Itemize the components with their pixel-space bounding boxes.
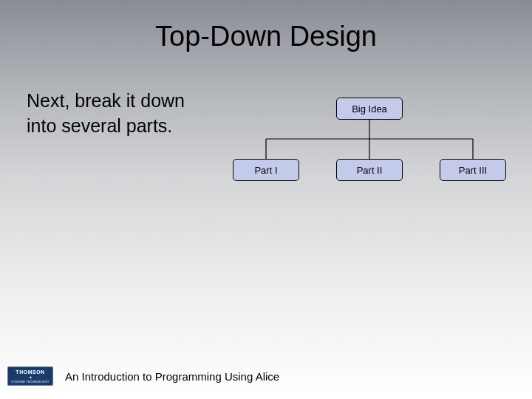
node-root: Big Idea [336, 98, 403, 120]
node-child-3: Part III [440, 159, 506, 181]
footer-text: An Introduction to Programming Using Ali… [65, 370, 279, 383]
node-child-2: Part II [336, 159, 403, 181]
body-line-2: into several parts. [27, 114, 185, 139]
publisher-logo: THOMSON ✦ COURSE TECHNOLOGY [7, 366, 53, 386]
body-line-1: Next, break it down [27, 89, 185, 114]
logo-line-1: THOMSON [16, 369, 44, 375]
node-child-1: Part I [233, 159, 299, 181]
hierarchy-diagram: Big Idea Part I Part II Part III [222, 98, 517, 201]
logo-line-2: COURSE TECHNOLOGY [11, 381, 49, 383]
body-text: Next, break it down into several parts. [27, 89, 185, 139]
logo-star-icon: ✦ [29, 375, 33, 380]
slide-title: Top-Down Design [0, 21, 532, 52]
